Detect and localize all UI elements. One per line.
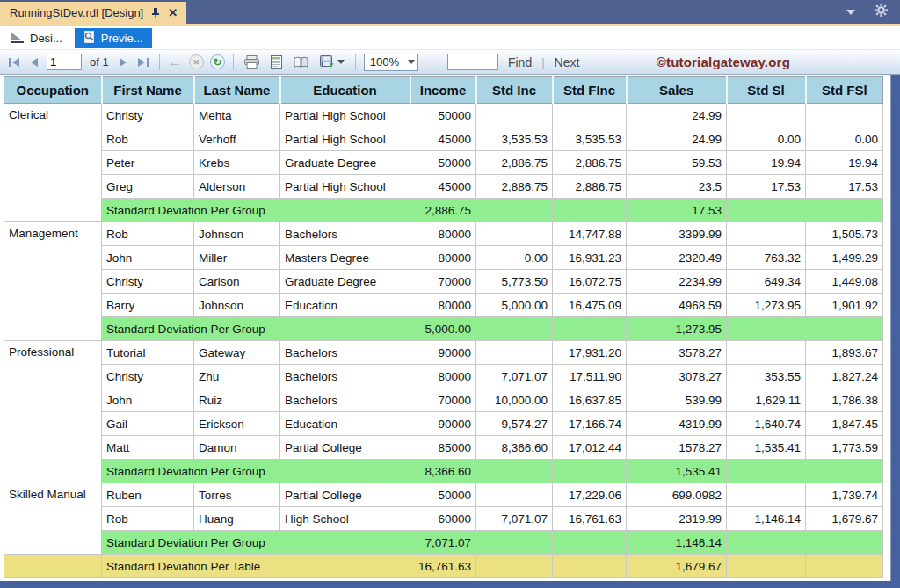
chevron-down-icon[interactable] [846, 10, 855, 15]
gear-icon[interactable] [875, 4, 888, 20]
cell-std-sl: 0.00 [727, 127, 806, 151]
cell-first-name: John [102, 388, 194, 412]
empty-cell [476, 317, 553, 341]
back-button[interactable]: ← [168, 54, 183, 69]
cell-std-sl: 1,273.95 [727, 294, 806, 317]
cell-std-finc: 17,511.90 [553, 365, 627, 388]
cell-education: Graduate Degree [280, 270, 410, 294]
empty-cell [727, 460, 806, 483]
cell-income: 50000 [410, 483, 476, 507]
cell-std-inc: 3,535.53 [476, 127, 553, 151]
stop-button[interactable]: ✕ [189, 54, 204, 69]
column-header-education: Education [280, 77, 410, 104]
empty-cell [553, 199, 627, 222]
pin-icon[interactable] [151, 7, 160, 18]
find-next-button[interactable]: Next [551, 55, 584, 69]
print-layout-button[interactable] [268, 54, 285, 69]
group-summary-row: Standard Deviation Per Group2,886.7517.5… [4, 199, 883, 222]
cell-last-name: Alderson [194, 175, 280, 199]
cell-std-sl: 17.53 [727, 175, 806, 199]
page-number-input[interactable] [47, 54, 82, 70]
cell-sales: 2320.49 [627, 246, 727, 270]
close-icon[interactable]: ✕ [168, 7, 178, 18]
cell-last-name: Ruiz [194, 388, 280, 412]
detail-row: RobHuangHigh School600007,071.0716,761.6… [4, 507, 883, 531]
cell-first-name: Christy [102, 270, 194, 294]
column-header-std-inc: Std Inc [476, 77, 553, 104]
cell-first-name: Rob [102, 127, 194, 151]
cell-income: 80000 [410, 365, 476, 388]
detail-row: ProfessionalTutorialGatewayBachelors9000… [4, 341, 883, 365]
cell-first-name: Greg [102, 175, 194, 199]
cell-last-name: Johnson [194, 294, 280, 317]
cell-education: Partial High School [280, 175, 410, 199]
cell-std-fsl: 1,739.74 [806, 483, 883, 507]
title-bar: RunningStDev.rdl [Design] ✕ [0, 0, 900, 24]
zoom-value: 100% [370, 55, 399, 69]
column-header-occupation: Occupation [4, 77, 102, 104]
export-dropdown-caret[interactable] [338, 60, 345, 64]
cell-std-finc: 2,886.75 [553, 175, 627, 199]
cell-std-inc [476, 104, 553, 127]
design-tab-label: Desi... [30, 32, 62, 45]
cell-education: Education [280, 294, 410, 317]
view-switch-bar: Desi... Previe... [0, 26, 900, 49]
previous-page-button[interactable] [28, 57, 40, 68]
cell-income: 70000 [410, 270, 476, 294]
cell-std-fsl: 19.94 [806, 151, 883, 175]
print-button[interactable] [242, 54, 262, 69]
cell-income: 80000 [410, 294, 476, 317]
cell-std-sl: 1,629.11 [727, 388, 806, 412]
document-tab[interactable]: RunningStDev.rdl [Design] ✕ [0, 2, 186, 24]
cell-std-finc: 17,229.06 [553, 483, 627, 507]
column-header-std-finc: Std FInc [553, 77, 627, 104]
cell-std-inc: 7,071.07 [476, 365, 553, 388]
find-input[interactable] [447, 54, 498, 70]
find-button[interactable]: Find [504, 55, 535, 69]
next-page-button[interactable] [117, 57, 129, 68]
report-toolbar: of 1 ← ✕ ↻ 100% Find | Next ©tutorialgat… [0, 49, 900, 75]
group-summary-sales: 1,273.95 [627, 317, 727, 341]
cell-last-name: Huang [194, 507, 280, 531]
first-page-button[interactable] [6, 57, 22, 68]
group-summary-label: Standard Deviation Per Group [102, 199, 410, 222]
cell-sales: 1578.27 [627, 436, 727, 460]
refresh-button[interactable]: ↻ [210, 54, 225, 69]
cell-first-name: Christy [102, 104, 194, 127]
cell-std-sl [727, 341, 806, 365]
column-header-sales: Sales [627, 77, 727, 104]
table-summary-label: Standard Deviation Per Table [102, 555, 410, 578]
cell-std-finc: 14,747.88 [553, 222, 627, 246]
cell-sales: 699.0982 [627, 483, 727, 507]
cell-sales: 24.99 [627, 127, 727, 151]
cell-std-fsl: 1,505.73 [806, 222, 883, 246]
cell-std-fsl: 1,893.67 [806, 341, 883, 365]
cell-sales: 24.99 [627, 104, 727, 127]
page-setup-button[interactable] [291, 55, 311, 69]
group-summary-row: Standard Deviation Per Group5,000.001,27… [4, 317, 883, 341]
cell-income: 85000 [410, 436, 476, 460]
empty-cell [553, 460, 627, 483]
tab-preview[interactable]: Previe... [75, 28, 152, 48]
cell-income: 45000 [410, 175, 476, 199]
cell-std-fsl: 1,847.45 [806, 412, 883, 436]
cell-education: Bachelors [280, 341, 410, 365]
toolbar-separator [233, 54, 234, 70]
page-count-label: of 1 [88, 55, 111, 69]
zoom-dropdown-caret[interactable] [408, 60, 415, 64]
empty-cell [727, 317, 806, 341]
tab-design[interactable]: Desi... [4, 28, 69, 48]
cell-education: Graduate Degree [280, 151, 410, 175]
last-page-button[interactable] [135, 57, 151, 68]
cell-income: 45000 [410, 127, 476, 151]
occupation-cell: Management [4, 222, 102, 341]
group-summary-label: Standard Deviation Per Group [102, 460, 410, 483]
table-summary-income: 16,761.63 [410, 555, 476, 578]
cell-std-sl: 1,146.14 [727, 507, 806, 531]
cell-sales: 3578.27 [627, 341, 727, 365]
cell-sales: 3399.99 [627, 222, 727, 246]
zoom-select[interactable]: 100% [364, 54, 418, 71]
detail-row: ChristyZhuBachelors800007,071.0717,511.9… [4, 365, 883, 388]
export-button[interactable] [317, 54, 347, 69]
cell-sales: 2234.99 [627, 270, 727, 294]
